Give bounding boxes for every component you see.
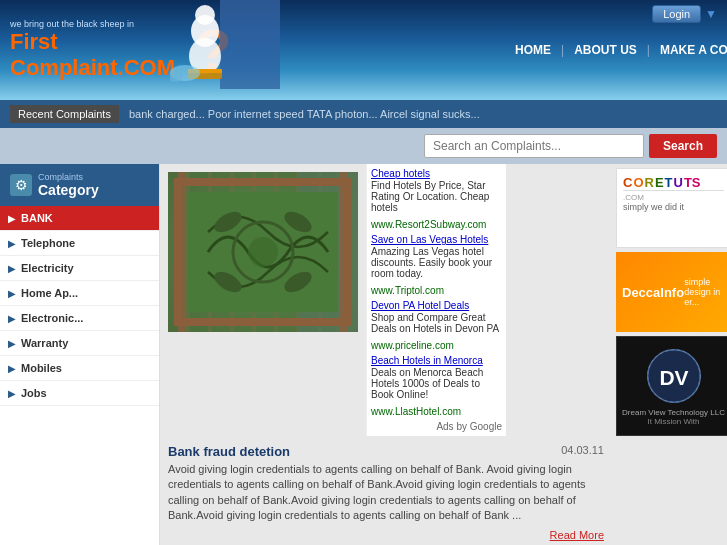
arrow-icon: ▶ [8,388,16,399]
google-ads-label: Ads by Google [371,421,502,432]
dreamview-name: Dream View Technology LLC [622,408,725,417]
logo-title: First Complaint.COM [10,29,175,81]
sidebar-item-label: Telephone [21,237,75,249]
sidebar-item-label: Electronic... [21,312,83,324]
arrow-icon: ▶ [8,313,16,324]
svg-point-2 [195,5,215,25]
nav-area: HOME | ABOUT US | MAKE A COMPLAINT | TIP… [505,38,727,62]
search-bar: Search [0,128,727,164]
logo-tagline: we bring out the black sheep in [10,19,175,29]
sidebar-item-telephone[interactable]: ▶ Telephone [0,231,159,256]
deccainfo-tagline: simple design in er... [684,277,725,307]
article-row-1: 04.03.11 Bank fraud detetion Avoid givin… [168,444,604,541]
ad-link-3[interactable]: Devon PA Hotel Deals [371,300,502,311]
sidebar-item-label: Home Ap... [21,287,78,299]
dreamview-logo-icon: DV [644,346,704,406]
ad-text-3: Shop and Compare Great Deals on Hotels i… [371,312,502,334]
sidebar-item-label: Jobs [21,387,47,399]
sidebar-item-warranty[interactable]: ▶ Warranty [0,331,159,356]
ad-link-4[interactable]: Beach Hotels in Menorca [371,355,502,366]
category-icon: ⚙ [10,174,32,196]
right-sidebar: CORETUTS .COM simply we did it DeccaInfo… [612,164,727,545]
category-title: Category [38,182,99,198]
nav-home[interactable]: HOME [505,38,561,62]
sidebar-item-label: Electricity [21,262,74,274]
nav-complaint[interactable]: MAKE A COMPLAINT [650,38,727,62]
svg-rect-11 [340,172,348,332]
ad-deccainfo[interactable]: DeccaInfo simple design in er... [616,252,727,332]
article-title-1: Bank fraud detetion [168,444,604,459]
coretuts-t: T [665,175,673,190]
svg-point-13 [248,237,278,267]
sidebar: ⚙ Complaints Category ▶ BANK ▶ Telephone… [0,164,160,545]
articles-area: 04.03.11 Bank fraud detetion Avoid givin… [160,436,612,545]
top-login-area: Login ▼ [652,5,717,23]
main-wrapper: ⚙ Complaints Category ▶ BANK ▶ Telephone… [0,164,727,545]
coretuts-com: .COM [623,190,724,202]
ad-coretuts[interactable]: CORETUTS .COM simply we did it [616,168,727,248]
sidebar-item-jobs[interactable]: ▶ Jobs [0,381,159,406]
ad-dreamview[interactable]: DV Dream View Technology LLC It Mission … [616,336,727,436]
gear-icon: ⚙ [15,177,28,193]
arrow-icon: ▶ [8,263,16,274]
ticker-text: bank charged... Poor internet speed TATA… [129,108,717,120]
coretuts-o: O [633,175,643,190]
coretuts-e: E [655,175,664,190]
login-arrow-icon: ▼ [705,7,717,21]
arrow-icon: ▶ [8,338,16,349]
content-top: Cheap hotels Find Hotels By Price, Star … [160,164,612,436]
ad-url-4: www.LlastHotel.com [371,406,502,417]
deccainfo-name: DeccaInfo [622,285,684,300]
coretuts-r: R [645,175,654,190]
coretuts-tagline: simply we did it [623,202,724,212]
search-input[interactable] [424,134,644,158]
category-header: ⚙ Complaints Category [0,164,159,206]
article-date-1: 04.03.11 [561,444,604,456]
arrow-icon: ▶ [8,288,16,299]
sidebar-item-mobiles[interactable]: ▶ Mobiles [0,356,159,381]
mascot-figure [170,1,240,89]
search-button[interactable]: Search [649,134,717,158]
sidebar-item-bank[interactable]: ▶ BANK [0,206,159,231]
nav-about[interactable]: ABOUT US [564,38,647,62]
ad-url-1: www.Resort2Subway.com [371,219,502,230]
ads-panel: Cheap hotels Find Hotels By Price, Star … [366,164,506,436]
dreamview-tagline: It Mission With [647,417,699,426]
svg-rect-10 [178,172,186,332]
sidebar-item-homeap[interactable]: ▶ Home Ap... [0,281,159,306]
logo-title-text: First Complaint [10,29,118,80]
ad-url-2: www.Triptol.com [371,285,502,296]
ad-link-1[interactable]: Cheap hotels [371,168,502,179]
sidebar-item-label: BANK [21,212,53,224]
read-more-link-1[interactable]: Read More [168,529,604,541]
arrow-icon: ▶ [8,363,16,374]
coretuts-c: C [623,175,632,190]
ad-text-4: Deals on Menorca Beach Hotels 1000s of D… [371,367,502,400]
coretuts-logo: CORETUTS [623,175,724,190]
ad-link-2[interactable]: Save on Las Vegas Hotels [371,234,502,245]
coretuts-u: U [674,175,683,190]
svg-text:DV: DV [659,366,688,389]
sidebar-item-label: Warranty [21,337,68,349]
sidebar-item-electricity[interactable]: ▶ Electricity [0,256,159,281]
ad-text-1: Find Hotels By Price, Star Rating Or Loc… [371,180,502,213]
arrow-icon: ▶ [8,213,16,224]
ad-url-3: www.priceline.com [371,340,502,351]
logo-area: we bring out the black sheep in First Co… [0,11,185,89]
logo-suffix: .COM [118,55,175,80]
header: Login ▼ we bring out the black sheep in … [0,0,727,100]
arrow-icon: ▶ [8,238,16,249]
sidebar-item-label: Mobiles [21,362,62,374]
coretuts-ts: TS [684,175,701,190]
sidebar-item-electronic[interactable]: ▶ Electronic... [0,306,159,331]
complaint-image [168,172,358,332]
content-area: Cheap hotels Find Hotels By Price, Star … [160,164,612,545]
ad-text-2: Amazing Las Vegas hotel discounts. Easil… [371,246,502,279]
login-button[interactable]: Login [652,5,701,23]
category-subtitle: Complaints [38,172,99,182]
article-body-1: Avoid giving login credentials to agents… [168,462,604,524]
ticker-bar: Recent Complaints bank charged... Poor i… [0,100,727,128]
ticker-label: Recent Complaints [10,105,119,123]
